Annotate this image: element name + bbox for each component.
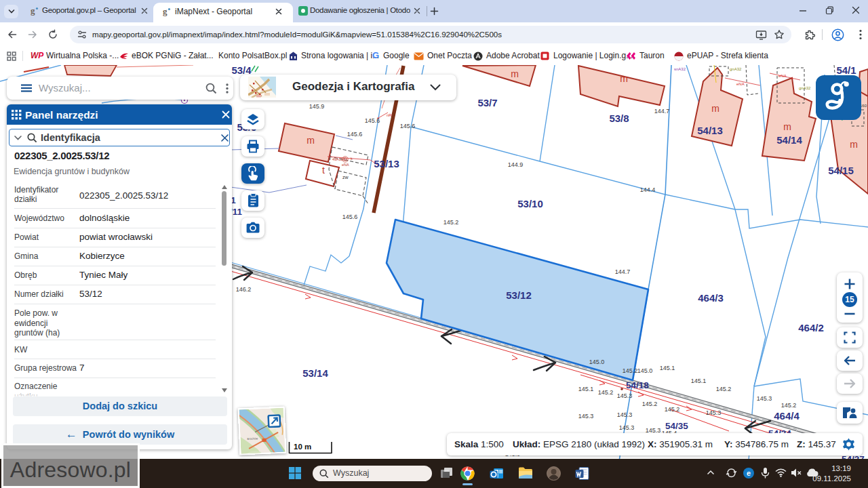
svg-text:10 m: 10 m — [294, 443, 311, 451]
svg-text:Brochów: Brochów — [247, 436, 258, 441]
